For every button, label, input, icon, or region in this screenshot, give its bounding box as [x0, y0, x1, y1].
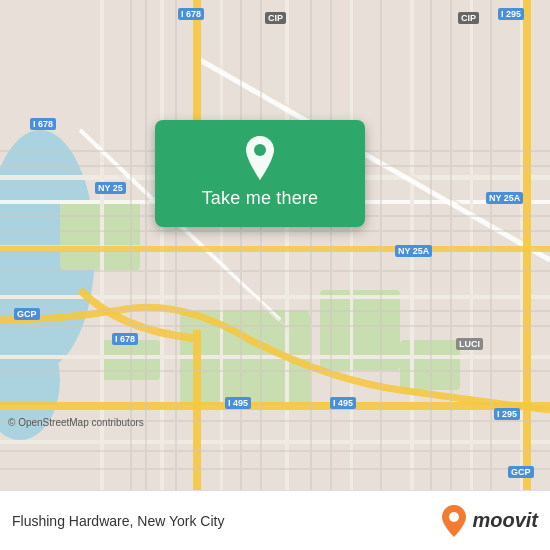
moovit-logo: moovit [440, 505, 538, 537]
svg-rect-39 [380, 0, 382, 490]
location-name: Flushing Hardware, New York City [12, 513, 224, 529]
svg-rect-30 [0, 402, 550, 410]
bottom-bar: Flushing Hardware, New York City moovit [0, 490, 550, 550]
svg-rect-21 [470, 0, 473, 490]
svg-rect-18 [285, 0, 289, 490]
highway-label-i295-bot: I 295 [494, 408, 520, 420]
highway-label-cip2: CIP [458, 12, 479, 24]
moovit-brand-text: moovit [472, 509, 538, 532]
svg-rect-29 [523, 0, 531, 490]
svg-rect-14 [0, 440, 550, 444]
highway-label-luci: LUCI [456, 338, 483, 350]
svg-rect-47 [0, 270, 550, 272]
highway-label-i495-right: I 495 [330, 397, 356, 409]
svg-rect-31 [0, 246, 550, 252]
svg-rect-50 [0, 370, 550, 372]
svg-rect-48 [0, 310, 550, 312]
location-info: Flushing Hardware, New York City [12, 513, 224, 529]
map-container: I 678 I 295 CIP CIP I 678 NY 25 NY 25A N… [0, 0, 550, 490]
osm-credit: © OpenStreetMap contributors [8, 417, 144, 428]
svg-rect-41 [450, 0, 452, 490]
svg-rect-52 [0, 450, 550, 452]
svg-rect-16 [160, 0, 164, 490]
svg-rect-19 [350, 0, 353, 490]
highway-label-ny25: NY 25 [95, 182, 126, 194]
highway-label-i495-left: I 495 [225, 397, 251, 409]
highway-label-ny25a-right: NY 25A [486, 192, 523, 204]
highway-label-cip1: CIP [265, 12, 286, 24]
highway-label-gcp: GCP [14, 308, 40, 320]
highway-label-ny25a-mid: NY 25A [395, 245, 432, 257]
svg-point-55 [449, 512, 459, 522]
highway-label-i678-bot: I 678 [112, 333, 138, 345]
highway-label-gcp-bot: GCP [508, 466, 534, 478]
svg-rect-53 [0, 468, 550, 470]
svg-rect-34 [175, 0, 177, 490]
svg-rect-36 [260, 0, 262, 490]
svg-rect-49 [0, 325, 550, 327]
location-pin-icon [242, 136, 278, 180]
take-me-there-button[interactable]: Take me there [155, 120, 365, 227]
moovit-pin-icon [440, 505, 468, 537]
svg-rect-33 [145, 0, 147, 490]
svg-rect-35 [240, 0, 242, 490]
highway-label-i678-top: I 678 [178, 8, 204, 20]
take-me-there-label: Take me there [202, 188, 319, 209]
svg-rect-38 [330, 0, 332, 490]
highway-label-i678-mid: I 678 [30, 118, 56, 130]
svg-rect-46 [0, 230, 550, 232]
svg-rect-37 [310, 0, 312, 490]
highway-label-i295-top: I 295 [498, 8, 524, 20]
svg-rect-42 [490, 0, 492, 490]
svg-point-54 [254, 144, 266, 156]
